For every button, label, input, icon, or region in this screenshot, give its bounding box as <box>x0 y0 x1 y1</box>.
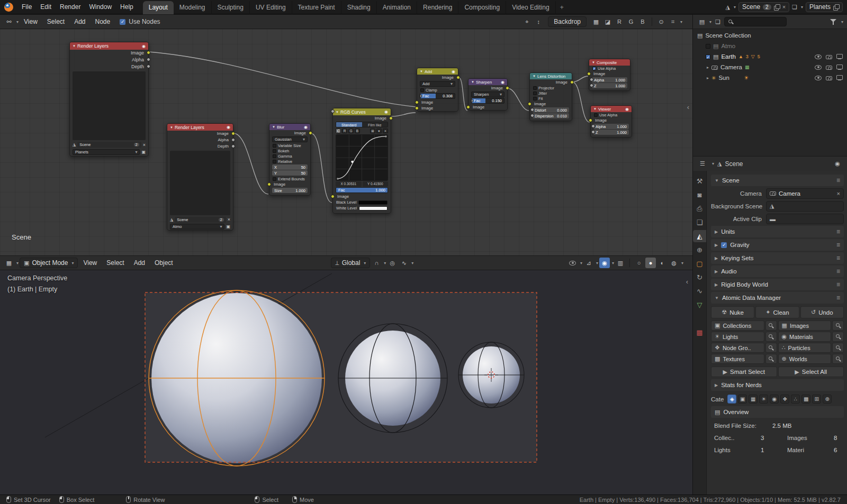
node-groups-button[interactable]: ❖Node Gro.. <box>711 343 764 353</box>
outliner-row-atmo[interactable]: ▤ Atmo <box>693 41 847 51</box>
blur-y-field[interactable]: Y50 <box>272 170 308 176</box>
overlays-chevron[interactable]: ▾ <box>612 261 614 265</box>
curve-delete-icon[interactable]: × <box>383 129 388 133</box>
node-header[interactable]: ▼Composite <box>589 59 630 66</box>
mode-select[interactable]: ▣Object Mode▾ <box>20 258 78 268</box>
channel-c-button[interactable]: C <box>336 129 341 133</box>
z-field[interactable]: Z1.000 <box>593 130 629 135</box>
view-layer-field[interactable]: Planets <box>806 2 843 12</box>
editor-chevron[interactable]: ▾ <box>712 161 714 166</box>
tab-object-data[interactable]: ▽ <box>693 299 706 311</box>
channel-g-button[interactable]: G <box>626 16 636 27</box>
scene-users-badge[interactable]: 2 <box>219 218 224 222</box>
fac-slider[interactable]: Fac0.150 <box>471 98 504 104</box>
socket-black-level[interactable] <box>331 109 335 113</box>
node-render-layers-2[interactable]: ▼Render Layers◉ Image Alpha Depth ◮ Scen… <box>167 123 233 231</box>
outliner-search[interactable] <box>724 17 787 26</box>
menu-file[interactable]: File <box>17 2 36 12</box>
collections-button[interactable]: ▣Collections <box>711 320 764 331</box>
tab-view-layer[interactable]: ❏ <box>693 216 706 228</box>
socket-image-in[interactable] <box>589 118 592 122</box>
panel-keying-sets[interactable]: ▶Keying Sets≡ <box>711 252 844 264</box>
tab-animation[interactable]: Animation <box>377 1 417 14</box>
curve-tools-icon[interactable]: ▾ <box>376 129 382 133</box>
panel-menu-icon[interactable]: ≡ <box>836 228 840 235</box>
compositor-canvas[interactable]: ▼Render Layers◉ Image Alpha Depth ◮ Scen… <box>0 29 692 255</box>
option-use-alpha[interactable]: ✓Use Alpha <box>589 66 630 71</box>
new-view-layer-icon[interactable] <box>833 4 839 10</box>
tab-world[interactable]: ⊕ <box>693 244 706 256</box>
curve-widget[interactable] <box>336 134 388 181</box>
node-header[interactable]: ▼Blur◉ <box>269 124 310 130</box>
tab-sculpting[interactable]: Sculpting <box>212 1 250 14</box>
panel-menu-icon[interactable]: ≡ <box>836 268 840 275</box>
undo-button[interactable]: ↺Undo <box>800 306 844 318</box>
blur-size-field[interactable]: Size1.000 <box>272 188 308 193</box>
socket-image-in[interactable] <box>267 182 271 186</box>
camera-field[interactable]: Camera× <box>766 188 844 199</box>
panel-menu-icon[interactable]: ≡ <box>836 254 840 262</box>
node-preview-icon[interactable]: ◉ <box>384 109 388 114</box>
unlink-icon[interactable]: × <box>143 142 146 148</box>
textures-search-button[interactable] <box>765 354 777 364</box>
scene-select[interactable]: Scene2 <box>77 142 141 148</box>
vp-menu-view[interactable]: View <box>79 258 101 268</box>
snap-toggle-icon[interactable]: ⊙ <box>656 16 666 27</box>
tab-texture-paint[interactable]: Texture Paint <box>292 1 341 14</box>
expand-chevron[interactable]: ▸ <box>707 65 709 70</box>
node-viewer[interactable]: ▼Viewer◉ Use Alpha Image Alpha1.000 Z1.0… <box>590 105 632 138</box>
parent-node-tree-icon[interactable]: ↕ <box>533 16 544 27</box>
socket-image-out[interactable] <box>570 80 574 84</box>
hide-viewport-icon[interactable] <box>815 54 822 59</box>
node-header[interactable]: ▼Lens Distortion <box>530 73 572 79</box>
option-projector[interactable]: Projector <box>530 85 572 90</box>
menu-edit[interactable]: Edit <box>36 2 56 12</box>
textures-button[interactable]: ▩Textures <box>711 354 764 364</box>
lights-button[interactable]: ☀Lights <box>711 332 764 342</box>
node-header[interactable]: ▼Render Layers◉ <box>167 124 233 131</box>
sidebar-collapse-icon[interactable]: ‹ <box>686 278 688 286</box>
node-menu-add[interactable]: Add <box>70 16 89 27</box>
tab-scene[interactable]: ◭ <box>693 230 706 242</box>
materials-search-button[interactable] <box>832 332 844 342</box>
panel-audio[interactable]: ▶Audio≡ <box>711 265 844 277</box>
channel-r-button[interactable]: R <box>614 16 625 27</box>
images-button[interactable]: ▦Images <box>778 320 832 331</box>
cate-images-icon[interactable]: ▦ <box>749 395 758 404</box>
scene-users-badge[interactable]: 2 <box>134 143 139 146</box>
channel-b-button[interactable]: B <box>355 129 360 133</box>
snap-chevron[interactable]: ▾ <box>384 261 386 265</box>
alpha-field[interactable]: Alpha1.000 <box>592 77 627 83</box>
shading-material-button[interactable]: ◐ <box>657 258 668 268</box>
editor-type-chevron[interactable]: ▾ <box>16 261 19 265</box>
nuke-button[interactable]: ☢Nuke <box>711 306 754 318</box>
panel-menu-icon[interactable]: ≡ <box>836 241 840 249</box>
snap-mode-chevron[interactable]: ▾ <box>680 20 682 24</box>
worlds-search-button[interactable] <box>832 354 844 364</box>
blur-filter-select[interactable]: Gaussian▾ <box>272 136 308 142</box>
images-search-button[interactable] <box>832 320 844 331</box>
clear-camera-icon[interactable]: × <box>837 190 840 197</box>
black-level-swatch[interactable] <box>358 200 388 205</box>
scene-select[interactable]: Scene2 <box>175 217 226 223</box>
node-header[interactable]: ▼RGB Curves◉ <box>333 108 391 115</box>
disable-viewports-icon[interactable] <box>836 65 843 70</box>
node-menu-select[interactable]: Select <box>43 16 69 27</box>
dispersion-field[interactable]: Dispersion0.010 <box>533 113 569 118</box>
socket-image-in[interactable] <box>528 102 531 106</box>
socket-image-out[interactable] <box>147 51 150 54</box>
socket-z-in[interactable] <box>591 130 595 134</box>
materials-button[interactable]: ◉Materials <box>778 332 832 342</box>
shading-solid-button[interactable]: ● <box>645 258 656 268</box>
vp-menu-object[interactable]: Object <box>150 258 177 268</box>
option-variable-size[interactable]: Variable Size <box>269 143 310 148</box>
filter-icon[interactable] <box>828 16 839 27</box>
shading-chevron[interactable]: ▾ <box>681 261 683 265</box>
fac-slider[interactable]: Fac1.000 <box>336 187 388 193</box>
blender-logo-icon[interactable] <box>4 3 13 12</box>
gizmos-chevron[interactable]: ▾ <box>596 261 598 265</box>
backdrop-alpha-icon[interactable]: ◪ <box>602 16 613 27</box>
outliner-row-camera[interactable]: ▸ Camera ▦ <box>693 62 847 72</box>
tab-tool[interactable]: ⚒ <box>693 175 706 187</box>
display-mode-chevron[interactable]: ▾ <box>709 20 711 24</box>
